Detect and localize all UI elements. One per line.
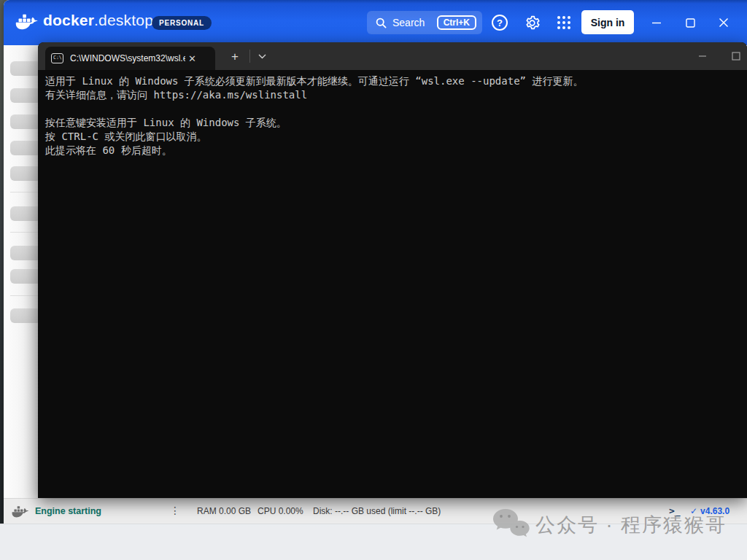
search-shortcut-badge: Ctrl+K [437, 15, 476, 30]
sidebar-skeleton-item [10, 114, 38, 129]
docker-status-bar: Engine starting ⋮ RAM 0.00 GB CPU 0.00% … [4, 498, 747, 524]
apps-grid-button[interactable] [554, 13, 573, 32]
terminal-toggle-icon[interactable]: >_ [669, 505, 681, 516]
sign-in-button[interactable]: Sign in [581, 10, 634, 34]
update-check-icon: ✓ [690, 506, 697, 516]
tabbar-divider [249, 50, 250, 63]
tab-close-icon[interactable]: ✕ [188, 53, 196, 64]
terminal-window: C:\ C:\WINDOWS\system32\wsl.ex ✕ + 适用于 L… [38, 42, 747, 498]
minimize-icon [698, 52, 707, 61]
terminal-tab-bar: C:\ C:\WINDOWS\system32\wsl.ex ✕ + [38, 42, 747, 70]
terminal-line: 按 CTRL-C 或关闭此窗口以取消。 [45, 130, 740, 144]
cmd-icon: C:\ [51, 53, 63, 63]
docker-minimize-button[interactable] [640, 0, 673, 45]
terminal-line: 适用于 Linux 的 Windows 子系统必须更新到最新版本才能继续。可通过… [45, 74, 740, 88]
terminal-tab[interactable]: C:\ C:\WINDOWS\system32\wsl.ex ✕ [45, 47, 215, 70]
whale-status-icon [12, 505, 29, 518]
docker-header: docker.desktop PERSONAL Search Ctrl+K ? … [4, 0, 747, 45]
docker-close-button[interactable] [708, 0, 740, 45]
apps-grid-icon [557, 16, 570, 29]
docker-whale-logo-icon [15, 12, 39, 30]
sidebar-skeleton-item [10, 61, 38, 76]
sidebar-skeleton-item [10, 88, 38, 103]
terminal-maximize-button[interactable] [721, 42, 747, 70]
ram-usage: RAM 0.00 GB [197, 506, 251, 516]
sidebar-divider [10, 232, 38, 233]
sidebar-divider [10, 295, 38, 296]
cpu-usage: CPU 0.00% [258, 506, 303, 516]
sidebar-skeleton-item [10, 141, 38, 155]
maximize-icon [686, 18, 695, 28]
terminal-tab-title: C:\WINDOWS\system32\wsl.ex [70, 53, 185, 63]
chevron-down-icon [258, 54, 266, 59]
plan-badge: PERSONAL [152, 16, 212, 30]
disk-usage: Disk: --.-- GB used (limit --.-- GB) [313, 506, 441, 516]
docker-search-box[interactable]: Search Ctrl+K [367, 11, 482, 34]
sidebar-skeleton-item [10, 308, 38, 323]
sidebar-skeleton-item [10, 269, 38, 284]
terminal-line [45, 102, 740, 116]
sidebar-skeleton-item [10, 206, 38, 221]
engine-status-text: Engine starting [35, 506, 101, 516]
terminal-line: 有关详细信息，请访问 https://aka.ms/wslinstall [45, 88, 740, 102]
version-link[interactable]: ✓v4.63.0 [690, 506, 729, 516]
gear-icon [524, 15, 541, 31]
terminal-line: 此提示将在 60 秒后超时。 [45, 144, 740, 158]
maximize-icon [732, 52, 740, 61]
docker-maximize-button[interactable] [674, 0, 706, 45]
terminal-output[interactable]: 适用于 Linux 的 Windows 子系统必须更新到最新版本才能继续。可通过… [38, 70, 747, 498]
search-icon [376, 18, 387, 28]
minimize-icon [651, 18, 662, 28]
sidebar-divider [10, 192, 38, 192]
settings-button[interactable] [522, 13, 541, 32]
terminal-minimize-button[interactable] [687, 42, 718, 70]
search-label: Search [392, 17, 437, 28]
sidebar-skeleton-item [10, 166, 38, 181]
tab-dropdown-button[interactable] [252, 46, 271, 66]
close-icon [719, 18, 729, 28]
help-button[interactable]: ? [490, 13, 509, 32]
terminal-line: 按任意键安装适用于 Linux 的 Windows 子系统。 [45, 116, 740, 130]
windows-taskbar: 1 搜索 >_ 中 [0, 524, 747, 560]
help-icon: ? [492, 15, 508, 31]
docker-logo-text: docker.desktop [43, 12, 153, 29]
docker-sidebar-loading [4, 45, 38, 498]
sidebar-skeleton-item [10, 246, 38, 260]
new-tab-button[interactable]: + [225, 47, 245, 67]
status-menu-button[interactable]: ⋮ [170, 505, 180, 516]
